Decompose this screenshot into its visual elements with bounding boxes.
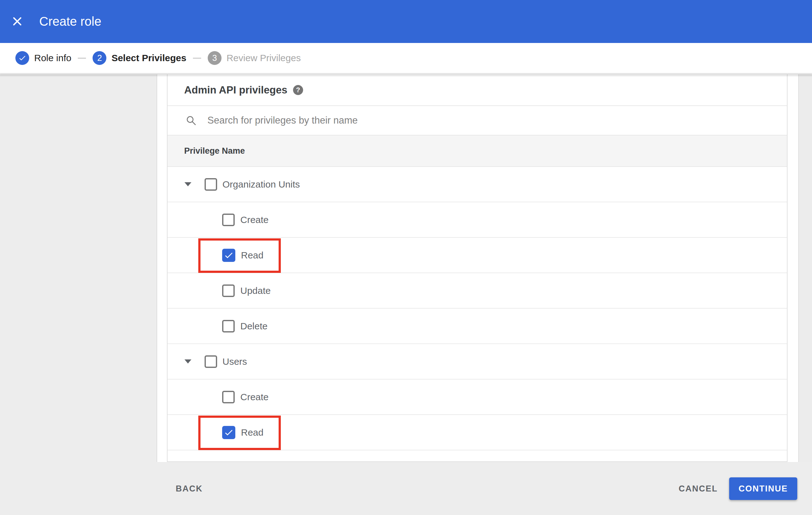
step-review-privileges[interactable]: 3 Review Privileges <box>208 51 301 65</box>
continue-button[interactable]: CONTINUE <box>729 477 797 500</box>
admin-api-privileges-card: Admin API privileges ? Privilege Name Or… <box>167 74 787 462</box>
step-label: Review Privileges <box>227 53 301 63</box>
collapse-arrow-icon[interactable] <box>184 359 192 364</box>
dialog-title: Create role <box>39 0 102 43</box>
privilege-label: Read <box>241 250 264 261</box>
step-label: Select Privileges <box>111 53 186 63</box>
privilege-checkbox[interactable] <box>205 178 217 191</box>
search-input[interactable] <box>207 115 679 126</box>
privilege-label: Delete <box>240 321 268 332</box>
vertical-scrollbar[interactable] <box>798 74 812 462</box>
privilege-checkbox[interactable] <box>222 284 235 297</box>
table-header-row: Privilege Name <box>168 135 787 167</box>
privilege-checkbox[interactable] <box>222 426 235 439</box>
privilege-label: Create <box>240 392 268 402</box>
step-role-info[interactable]: Role info <box>16 51 71 65</box>
privilege-row: Organization Units <box>168 167 787 202</box>
privilege-row: Create <box>168 202 787 238</box>
check-icon <box>224 250 234 260</box>
create-role-dialog: Create role Role info 2 Select Privilege… <box>0 0 812 515</box>
highlight-box <box>198 238 281 273</box>
privilege-label: Read <box>241 427 264 438</box>
step-select-privileges[interactable]: 2 Select Privileges <box>92 51 186 65</box>
privilege-row: Create <box>168 380 787 415</box>
step-connector <box>193 58 201 59</box>
card-title-row: Admin API privileges ? <box>168 74 787 106</box>
app-bar: Create role <box>0 0 812 43</box>
back-button[interactable]: BACK <box>176 484 203 494</box>
privilege-row: Delete <box>168 309 787 344</box>
privilege-checkbox[interactable] <box>222 391 235 403</box>
privilege-rows: Organization Units Create Read Update <box>168 167 787 450</box>
collapse-arrow-icon[interactable] <box>184 182 192 186</box>
check-icon <box>18 54 26 62</box>
privilege-name-column-header: Privilege Name <box>184 146 245 156</box>
privilege-checkbox[interactable] <box>222 249 235 262</box>
privilege-label: Organization Units <box>223 179 300 190</box>
step-number-circle: 3 <box>208 51 222 65</box>
privilege-checkbox[interactable] <box>222 214 235 226</box>
privilege-row: Read <box>168 238 787 273</box>
search-row <box>168 106 787 135</box>
privilege-checkbox[interactable] <box>205 355 217 368</box>
privilege-label: Create <box>240 215 268 225</box>
privilege-label: Users <box>223 356 247 367</box>
privilege-row: Read <box>168 415 787 450</box>
highlight-box <box>198 416 281 450</box>
privilege-checkbox[interactable] <box>222 320 235 332</box>
step-number-circle: 2 <box>92 51 106 65</box>
cancel-button[interactable]: CANCEL <box>679 484 718 494</box>
help-icon[interactable]: ? <box>293 85 303 95</box>
search-icon <box>185 115 197 126</box>
check-icon <box>224 427 234 437</box>
step-label: Role info <box>34 53 71 63</box>
privilege-row: Update <box>168 273 787 309</box>
stepper: Role info 2 Select Privileges 3 Review P… <box>0 43 812 74</box>
main-area: Admin API privileges ? Privilege Name Or… <box>0 74 812 515</box>
card-title: Admin API privileges <box>184 84 287 96</box>
privilege-row: Users <box>168 344 787 380</box>
close-icon <box>12 17 22 26</box>
step-connector <box>78 58 86 59</box>
step-completed-check-circle <box>16 51 29 65</box>
close-button[interactable] <box>12 14 26 28</box>
privilege-label: Update <box>240 285 271 296</box>
